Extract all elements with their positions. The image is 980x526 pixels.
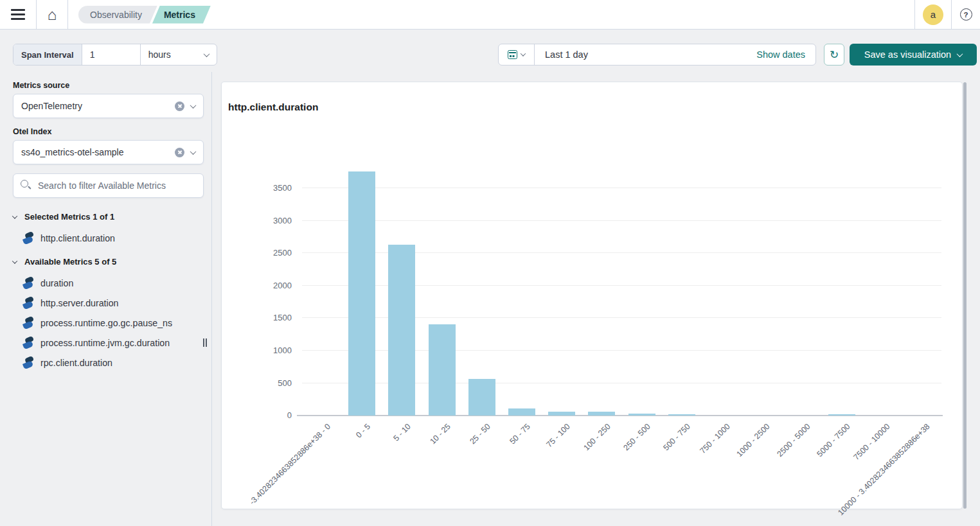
opensearch-metric-icon — [23, 357, 34, 368]
y-axis-tick-label: 3500 — [273, 183, 292, 193]
clear-icon[interactable] — [175, 148, 184, 157]
chart-bar — [548, 412, 575, 416]
metrics-search-input[interactable] — [13, 173, 204, 198]
chart-bar — [508, 408, 535, 416]
home-button[interactable]: ⌂ — [37, 0, 67, 29]
y-axis-tick-label: 2500 — [273, 248, 292, 258]
chart-bar — [388, 245, 415, 416]
avatar[interactable]: a — [923, 4, 943, 25]
chevron-down-icon — [12, 213, 17, 218]
help-icon[interactable]: ? — [960, 8, 972, 21]
otel-index-value: ss4o_metrics-otel-sample — [21, 147, 175, 157]
chevron-down-icon — [957, 51, 963, 57]
available-metrics-header[interactable]: Available Metrics 5 of 5 — [13, 257, 204, 267]
chart-plot: 0500100015002000250030003500-3.402823466… — [302, 164, 941, 416]
chevron-down-icon — [190, 102, 197, 109]
span-interval-input[interactable] — [82, 44, 140, 65]
metrics-sidebar: Metrics source OpenTelemetry Otel Index … — [0, 72, 212, 526]
metric-label: http.server.duration — [40, 298, 118, 308]
selected-metrics-list: http.client.duration — [13, 228, 204, 248]
divider — [67, 0, 68, 29]
metric-item[interactable]: rpc.client.duration — [13, 353, 204, 373]
calendar-button[interactable] — [499, 44, 535, 65]
gridline — [302, 220, 941, 221]
metrics-source-value: OpenTelemetry — [21, 101, 175, 111]
clear-icon[interactable] — [175, 101, 184, 111]
metric-label: duration — [40, 278, 73, 288]
chart-bar — [668, 414, 695, 416]
metric-label: http.client.duration — [40, 233, 115, 243]
menu-button[interactable] — [0, 0, 36, 29]
save-button-label: Save as visualization — [864, 49, 951, 60]
y-axis-tick-label: 500 — [278, 378, 292, 388]
chevron-down-icon — [12, 258, 17, 263]
chevron-down-icon — [521, 51, 526, 56]
chevron-down-icon — [204, 51, 210, 57]
gridline — [302, 188, 941, 188]
metric-label: process.runtime.go.gc.pause_ns — [40, 318, 172, 328]
chart-bar — [588, 412, 615, 416]
selected-metrics-header-label: Selected Metrics 1 of 1 — [24, 212, 114, 222]
breadcrumb-observability[interactable]: Observability — [78, 6, 157, 24]
chart-panel: http.client.duration 0500100015002000250… — [222, 82, 962, 509]
span-interval-group: Span Interval hours — [13, 44, 217, 66]
y-axis-tick-label: 1500 — [273, 313, 292, 322]
chart-bar — [828, 414, 855, 416]
show-dates-button[interactable]: Show dates — [746, 44, 815, 65]
refresh-button[interactable]: ↻ — [824, 44, 844, 66]
metric-item[interactable]: process.runtime.go.gc.pause_ns — [13, 313, 204, 333]
span-unit-select[interactable]: hours — [140, 44, 217, 65]
selected-metrics-header[interactable]: Selected Metrics 1 of 1 — [13, 212, 204, 222]
top-header: ⌂ Observability Metrics a ? — [0, 0, 980, 30]
chart-title: http.client.duration — [228, 101, 318, 113]
chart-bar — [468, 379, 495, 416]
available-metrics-header-label: Available Metrics 5 of 5 — [24, 257, 116, 267]
metric-label: rpc.client.duration — [40, 358, 112, 368]
home-icon: ⌂ — [48, 7, 57, 22]
opensearch-metric-icon — [23, 297, 34, 308]
chart-bar — [628, 414, 655, 416]
chart-bar — [429, 324, 456, 416]
y-axis-tick-label: 1000 — [273, 346, 292, 355]
toolbar: Span Interval hours Last 1 day Show date… — [0, 30, 980, 72]
hamburger-icon — [11, 9, 25, 20]
chevron-down-icon — [190, 148, 197, 155]
metric-label: process.runtime.jvm.gc.duration — [40, 338, 170, 348]
date-range-value[interactable]: Last 1 day — [535, 44, 746, 65]
save-as-visualization-button[interactable]: Save as visualization — [850, 44, 977, 66]
otel-index-combobox[interactable]: ss4o_metrics-otel-sample — [13, 140, 204, 164]
available-metrics-list: durationhttp.server.durationprocess.runt… — [13, 273, 204, 373]
y-axis-tick-label: 3000 — [273, 216, 292, 225]
metric-item[interactable]: http.server.duration — [13, 293, 204, 313]
main-scrollbar[interactable] — [963, 82, 967, 509]
search-icon — [21, 180, 31, 190]
breadcrumb-metrics[interactable]: Metrics — [152, 6, 211, 24]
chart-bar — [348, 171, 375, 416]
span-interval-label: Span Interval — [13, 44, 82, 65]
refresh-icon: ↻ — [830, 48, 839, 62]
opensearch-metric-icon — [23, 317, 34, 328]
date-picker: Last 1 day Show dates — [498, 44, 816, 66]
calendar-icon — [508, 50, 517, 59]
y-axis-tick-label: 2000 — [273, 281, 292, 290]
span-unit-value: hours — [148, 49, 171, 60]
metric-item[interactable]: http.client.duration — [13, 228, 204, 248]
metrics-source-combobox[interactable]: OpenTelemetry — [13, 94, 204, 118]
opensearch-metric-icon — [23, 232, 34, 243]
metrics-source-label: Metrics source — [13, 81, 204, 90]
opensearch-metric-icon — [23, 337, 34, 348]
sidebar-resize-handle[interactable] — [202, 337, 208, 348]
opensearch-metric-icon — [23, 277, 34, 288]
metric-item[interactable]: process.runtime.jvm.gc.duration — [13, 333, 204, 353]
y-axis-tick-label: 0 — [287, 410, 292, 420]
metric-item[interactable]: duration — [13, 273, 204, 293]
breadcrumb: Observability Metrics — [78, 6, 211, 24]
otel-index-label: Otel Index — [13, 127, 204, 136]
